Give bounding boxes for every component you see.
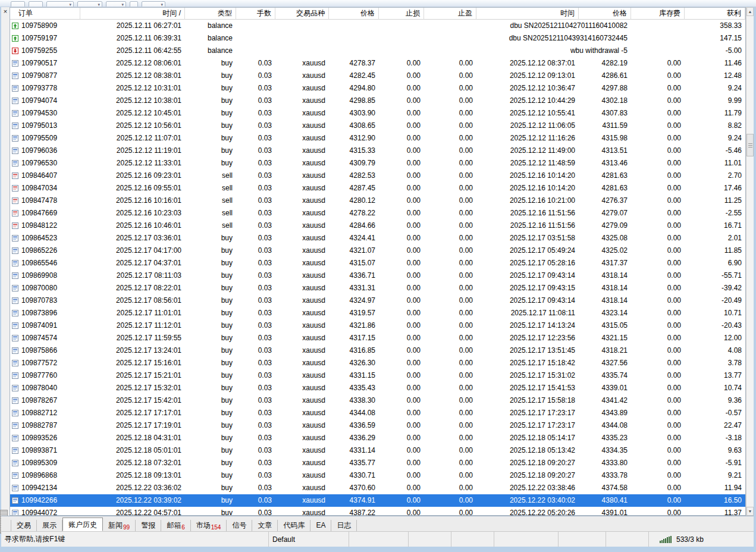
stop-loss-cell: 0.00 xyxy=(379,494,424,507)
scrollbar-thumb[interactable] xyxy=(746,134,754,156)
order-number: 109869908 xyxy=(21,269,57,282)
table-row[interactable]: 1098777602025.12.17 15:21:01buy0.03xauus… xyxy=(10,369,745,382)
table-row[interactable]: 1097960362025.12.12 11:19:01buy0.03xauus… xyxy=(10,145,745,157)
sell-icon xyxy=(12,185,18,192)
column-header-symbol[interactable]: 交易品种 xyxy=(275,8,329,20)
table-row[interactable]: 1098938712025.12.18 05:01:01buy0.03xauus… xyxy=(10,444,745,457)
order-number: 109796036 xyxy=(21,145,57,157)
status-profile[interactable]: Default xyxy=(269,532,349,547)
table-row[interactable]: 1098740912025.12.17 11:12:01buy0.03xauus… xyxy=(10,319,745,332)
table-row[interactable]: 1097905172025.12.12 08:06:01buy0.03xauus… xyxy=(10,57,745,70)
toolbar-fragment[interactable] xyxy=(11,1,25,7)
tab-news[interactable]: 新闻99 xyxy=(103,520,136,531)
order-cell: 109794530 xyxy=(10,107,80,120)
close-price-cell: 4276.37 xyxy=(579,195,631,207)
order-cell: 109942266 xyxy=(10,494,80,507)
close-time-cell: 2025.12.18 09:20:27 xyxy=(476,469,579,482)
table-row[interactable]: 1098655462025.12.17 04:37:01buy0.03xauus… xyxy=(10,257,745,269)
scroll-down-button[interactable]: ▼ xyxy=(746,507,754,516)
toolbar-dropdown-fragment[interactable]: ▾ xyxy=(77,1,102,7)
table-row[interactable]: 1098953092025.12.18 07:32:01buy0.03xauus… xyxy=(10,457,745,469)
profit-cell: 11.25 xyxy=(685,195,745,207)
close-time-cell: 2025.12.12 10:36:47 xyxy=(476,82,579,95)
table-row[interactable]: 1099440722025.12.22 04:57:01buy0.03xauus… xyxy=(10,507,745,515)
terminal-window: ▾ ▾ ▾ ▾ × 订单时间 /类型手数交易品种价格止损止盈时间价格库存费获利 … xyxy=(0,0,756,552)
tab-journal[interactable]: 日志 xyxy=(331,520,357,531)
column-header-price[interactable]: 价格 xyxy=(329,8,379,20)
tab-market[interactable]: 市场154 xyxy=(191,520,227,531)
tab-codebase[interactable]: 代码库 xyxy=(278,520,310,531)
buy-icon xyxy=(12,297,18,304)
table-row[interactable]: 1098707832025.12.17 08:56:01buy0.03xauus… xyxy=(10,294,745,307)
tab-signals[interactable]: 信号 xyxy=(227,520,252,531)
table-row[interactable]: 1098745742025.12.17 11:59:55buy0.03xauus… xyxy=(10,332,745,344)
column-header-order[interactable]: 订单 xyxy=(10,8,80,20)
tab-articles[interactable]: 文章 xyxy=(252,520,278,531)
table-row[interactable]: 1098481222025.12.16 10:46:01sell0.03xauu… xyxy=(10,219,745,232)
column-header-profit[interactable]: 获利 xyxy=(685,8,745,20)
close-time-cell: 2025.12.18 05:14:17 xyxy=(476,432,579,444)
table-row[interactable]: 1098758662025.12.17 13:24:01buy0.03xauus… xyxy=(10,344,745,357)
toolbar-fragment[interactable] xyxy=(130,1,138,7)
table-row[interactable]: 1097945302025.12.12 10:45:01buy0.03xauus… xyxy=(10,107,745,120)
open-price-cell: 4319.57 xyxy=(329,307,379,319)
take-profit-cell: 0.00 xyxy=(424,244,476,257)
table-row[interactable]: 1097589092025.12.11 06:27:01balancedbu S… xyxy=(10,20,745,32)
column-header-type[interactable]: 类型 xyxy=(185,8,236,20)
table-row[interactable]: 1098645232025.12.17 03:36:01buy0.03xauus… xyxy=(10,232,745,244)
tab-mailbox[interactable]: 邮箱6 xyxy=(161,520,191,531)
table-row[interactable]: 1098780402025.12.17 15:32:01buy0.03xauus… xyxy=(10,382,745,394)
table-row[interactable]: 1098968682025.12.18 09:13:01buy0.03xauus… xyxy=(10,469,745,482)
stop-loss-cell: 0.00 xyxy=(379,120,424,132)
lots-cell: 0.03 xyxy=(236,232,275,244)
table-row[interactable]: 1097937782025.12.12 10:31:01buy0.03xauus… xyxy=(10,82,745,95)
column-header-close_time[interactable]: 时间 xyxy=(476,8,579,20)
table-row[interactable]: 1097591972025.12.11 06:39:31balancedbu S… xyxy=(10,32,745,45)
toolbar-dropdown-fragment[interactable]: ▾ xyxy=(46,1,74,7)
tab-exposure[interactable]: 展示 xyxy=(37,520,62,531)
column-header-swap[interactable]: 库存费 xyxy=(631,8,685,20)
tab-trade[interactable]: 交易 xyxy=(11,520,37,531)
tab-alerts[interactable]: 警报 xyxy=(136,520,161,531)
close-panel-button[interactable]: × xyxy=(2,8,9,15)
tab-ea[interactable]: EA xyxy=(310,520,331,531)
column-header-close_price[interactable]: 价格 xyxy=(579,8,631,20)
open-time-cell: 2025.12.12 11:07:01 xyxy=(80,132,185,145)
table-row[interactable]: 1097955092025.12.12 11:07:01buy0.03xauus… xyxy=(10,132,745,145)
order-number: 109793778 xyxy=(21,82,57,95)
scrollbar-track[interactable] xyxy=(746,16,754,507)
vertical-scrollbar[interactable]: ▲ ▼ xyxy=(746,7,754,516)
table-row[interactable]: 1098935262025.12.18 04:31:01buy0.03xauus… xyxy=(10,432,745,444)
table-row[interactable]: 1097908772025.12.12 08:38:01buy0.03xauus… xyxy=(10,70,745,82)
toolbar-fragment[interactable] xyxy=(29,1,43,7)
table-row[interactable]: 1098782672025.12.17 15:42:01buy0.03xauus… xyxy=(10,394,745,407)
table-row[interactable]: 1098700802025.12.17 08:22:01buy0.03xauus… xyxy=(10,282,745,294)
toolbar-dropdown-fragment[interactable]: ▾ xyxy=(106,1,126,7)
table-row[interactable]: 1097592552025.12.11 06:42:55balancewbu w… xyxy=(10,45,745,57)
table-row[interactable]: 1098476692025.12.16 10:23:03sell0.03xauu… xyxy=(10,207,745,219)
column-header-tp[interactable]: 止盈 xyxy=(424,8,476,20)
table-row[interactable]: 1099421342025.12.22 03:36:02buy0.03xauus… xyxy=(10,482,745,494)
table-row[interactable]: 1099422662025.12.22 03:39:02buy0.03xauus… xyxy=(10,494,745,507)
table-row[interactable]: 1097940742025.12.12 10:38:01buy0.03xauus… xyxy=(10,95,745,107)
table-row[interactable]: 1098827122025.12.17 17:17:01buy0.03xauus… xyxy=(10,407,745,419)
swap-cell: 0.00 xyxy=(631,369,685,382)
table-row[interactable]: 1098652262025.12.17 04:17:00buy0.03xauus… xyxy=(10,244,745,257)
column-header-lots[interactable]: 手数 xyxy=(236,8,275,20)
table-row[interactable]: 1098738962025.12.17 11:01:01buy0.03xauus… xyxy=(10,307,745,319)
tab-account-history[interactable]: 账户历史 xyxy=(62,518,103,531)
column-header-open_time[interactable]: 时间 / xyxy=(80,8,185,20)
column-header-sl[interactable]: 止损 xyxy=(379,8,424,20)
table-row[interactable]: 1098474782025.12.16 10:16:01sell0.03xauu… xyxy=(10,195,745,207)
table-row[interactable]: 1098827872025.12.17 17:19:01buy0.03xauus… xyxy=(10,419,745,432)
table-row[interactable]: 1098464072025.12.16 09:23:01sell0.03xauu… xyxy=(10,170,745,182)
table-row[interactable]: 1098775722025.12.17 15:16:01buy0.03xauus… xyxy=(10,357,745,369)
scroll-up-button[interactable]: ▲ xyxy=(746,7,754,16)
table-row[interactable]: 1098470342025.12.16 09:55:01sell0.03xauu… xyxy=(10,182,745,195)
stop-loss-cell: 0.00 xyxy=(379,407,424,419)
table-row[interactable]: 1097965302025.12.12 11:33:01buy0.03xauus… xyxy=(10,157,745,170)
table-row[interactable]: 1098699082025.12.17 08:11:03buy0.03xauus… xyxy=(10,269,745,282)
table-row[interactable]: 1097950132025.12.12 10:56:01buy0.03xauus… xyxy=(10,120,745,132)
toolbar-dropdown-fragment[interactable]: ▾ xyxy=(142,1,165,7)
profit-cell: 11.94 xyxy=(685,482,745,494)
